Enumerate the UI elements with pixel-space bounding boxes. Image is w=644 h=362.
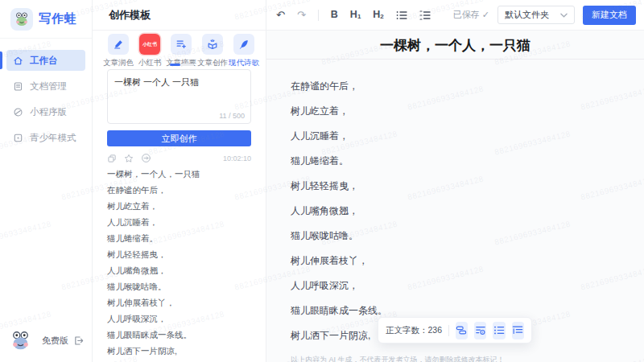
result-line: 人儿嘴角微翘， [107, 265, 258, 276]
result-line: 树儿轻轻摇曳， [107, 249, 258, 260]
heading2-button[interactable]: H2 [373, 10, 383, 20]
template-panel-title: 创作模板 [109, 8, 151, 23]
undo-button[interactable]: ↶ [276, 10, 285, 20]
doc-paragraph[interactable]: 猫儿喉咙咕噜。 [291, 230, 628, 241]
saved-label: 已保存 [453, 10, 480, 19]
word-count-label: 正文字数： [386, 325, 428, 335]
document-title[interactable]: 一棵树，一个人，一只猫 [266, 36, 644, 55]
tabs-scrollbar-thumb[interactable] [170, 64, 180, 66]
new-document-button[interactable]: 新建文档 [583, 6, 636, 25]
result-header: 10:02:10 [107, 153, 251, 163]
heading-letter: H [373, 10, 380, 20]
outline-list-icon[interactable] [512, 322, 524, 339]
star-icon[interactable] [124, 154, 134, 163]
document-icon [13, 81, 23, 92]
result-line: 树儿屹立着， [107, 201, 258, 212]
sidebar-item-miniprogram[interactable]: 小程序版 [6, 101, 85, 122]
sidebar-item-documents[interactable]: 文档管理 [6, 76, 85, 97]
result-list: 一棵树，一个人，一只猫 在静谧的午后， 树儿屹立着， 人儿沉睡着， 猫儿蜷缩着。… [107, 169, 258, 362]
xiaohongshu-icon: 小红书 [139, 34, 160, 55]
home-icon [13, 56, 23, 66]
format-toolbar: ↶ ↷ B H1 H2 [276, 10, 431, 21]
quill-icon [233, 34, 254, 55]
toolbar-divider [448, 325, 449, 336]
tab-xiaohongshu[interactable]: 小红书 小红书 [138, 34, 162, 68]
tab-label: 小红书 [138, 58, 162, 68]
summary-icon [171, 34, 192, 55]
folder-dropdown-value: 默认文件夹 [505, 9, 549, 21]
result-line: 猫儿眼睛眯成一条线。 [107, 330, 258, 340]
result-line: 树儿洒下一片阴凉, [107, 346, 258, 356]
result-line: 人儿呼吸深沉， [107, 314, 258, 324]
folder-dropdown[interactable]: 默认文件夹 [497, 6, 575, 24]
word-count-value: 236 [428, 325, 443, 335]
result-line: 猫儿蜷缩着。 [107, 233, 258, 244]
sidebar-item-label: 小程序版 [30, 106, 67, 118]
bold-button[interactable]: B [331, 10, 338, 20]
mini-program-icon [13, 107, 23, 117]
redo-button[interactable]: ↷ [297, 10, 306, 20]
user-avatar[interactable] [10, 330, 31, 352]
doc-paragraph[interactable]: 树儿伸展着枝丫， [291, 255, 628, 266]
plan-badge: 免费版 [42, 335, 68, 347]
sidebar-item-teen-mode[interactable]: 青少年模式 [6, 127, 85, 148]
create-now-button[interactable]: 立即创作 [107, 130, 251, 146]
topbar: 创作模板 ↶ ↷ B H1 H2 已保存 ✓ 默认文件夹 新建文档 [93, 0, 644, 31]
heading-letter: H [350, 10, 357, 20]
doc-paragraph[interactable]: 树儿屹立着， [291, 105, 628, 117]
panel-divider [266, 0, 266, 362]
heading1-button[interactable]: H1 [350, 10, 361, 20]
sidebar-menu: 工作台 文档管理 小程序版 青少年模式 [0, 50, 92, 148]
sidebar: 写作蛙 工作台 文档管理 小程序版 青少年模式 [0, 0, 93, 362]
document-editor[interactable]: 一棵树，一个人，一只猫 在静谧的午后， 树儿屹立着， 人儿沉睡着， 猫儿蜷缩着。… [266, 31, 644, 362]
copy-icon[interactable] [107, 154, 117, 163]
tab-label: 文章创作 [197, 58, 228, 68]
ai-disclaimer: 以上内容为 AI 生成，不代表开发者立场，请勿删除或修改本标记！ [291, 355, 628, 362]
tab-label: 现代诗歌 [229, 58, 259, 68]
ordered-list-button[interactable] [419, 10, 431, 20]
bullet-list-icon[interactable] [493, 322, 505, 339]
logout-icon[interactable] [73, 335, 84, 346]
topbar-right: 已保存 ✓ 默认文件夹 新建文档 [453, 6, 636, 25]
doc-paragraph[interactable]: 人儿嘴角微翘， [291, 205, 628, 216]
bullet-list-button[interactable] [396, 10, 407, 20]
doc-paragraph[interactable]: 人儿呼吸深沉， [291, 280, 628, 291]
saved-status: 已保存 ✓ [453, 9, 489, 21]
app-logo: 写作蛙 [0, 0, 92, 39]
rewrite-icon[interactable] [456, 322, 468, 339]
box-icon [202, 34, 223, 55]
app-name: 写作蛙 [39, 11, 77, 27]
sidebar-item-label: 青少年模式 [30, 132, 76, 144]
insert-icon[interactable] [141, 153, 151, 163]
frog-logo-icon [10, 8, 33, 31]
sidebar-item-label: 工作台 [30, 55, 58, 67]
doc-paragraph[interactable]: 在静谧的午后， [291, 80, 628, 92]
result-line: 人儿沉睡着， [107, 217, 258, 228]
floating-toolbar: 正文字数：236 [378, 317, 532, 343]
tab-article-create[interactable]: 文章创作 [200, 34, 225, 68]
tab-modern-poetry[interactable]: 现代诗歌 [232, 34, 256, 68]
tabs-scrollbar[interactable] [170, 64, 194, 66]
doc-paragraph[interactable]: 树儿轻轻摇曳， [291, 180, 628, 191]
char-counter: 11 / 500 [219, 112, 245, 120]
pen-icon [108, 34, 129, 55]
doc-paragraph[interactable]: 猫儿蜷缩着。 [291, 155, 628, 167]
result-line: 树儿伸展着枝丫， [107, 298, 258, 308]
teen-mode-icon [13, 133, 23, 143]
heading2-sub: 2 [380, 14, 383, 20]
result-line: 猫儿喉咙咕噜。 [107, 282, 258, 292]
tab-label: 文章润色 [103, 58, 134, 68]
sidebar-item-workbench[interactable]: 工作台 [6, 50, 85, 71]
chevron-down-icon [560, 13, 568, 18]
expand-icon[interactable] [474, 322, 486, 339]
heading1-sub: 1 [357, 14, 361, 20]
prompt-box: 一棵树 一个人 一只猫 11 / 500 [107, 69, 251, 124]
sidebar-footer: 免费版 [10, 330, 84, 352]
toolbar-divider [318, 10, 319, 21]
doc-paragraph[interactable]: 猫儿眼睛眯成一条线。 [291, 305, 628, 316]
template-panel: 文章润色 小红书 小红书 文章摘要 文章创作 现代诗歌 一棵树 一个人 一只猫 [93, 31, 266, 362]
result-line: 在静谧的午后， [107, 185, 258, 195]
tab-article-polish[interactable]: 文章润色 [106, 34, 130, 68]
sidebar-item-label: 文档管理 [30, 80, 67, 93]
doc-paragraph[interactable]: 人儿沉睡着， [291, 130, 628, 142]
